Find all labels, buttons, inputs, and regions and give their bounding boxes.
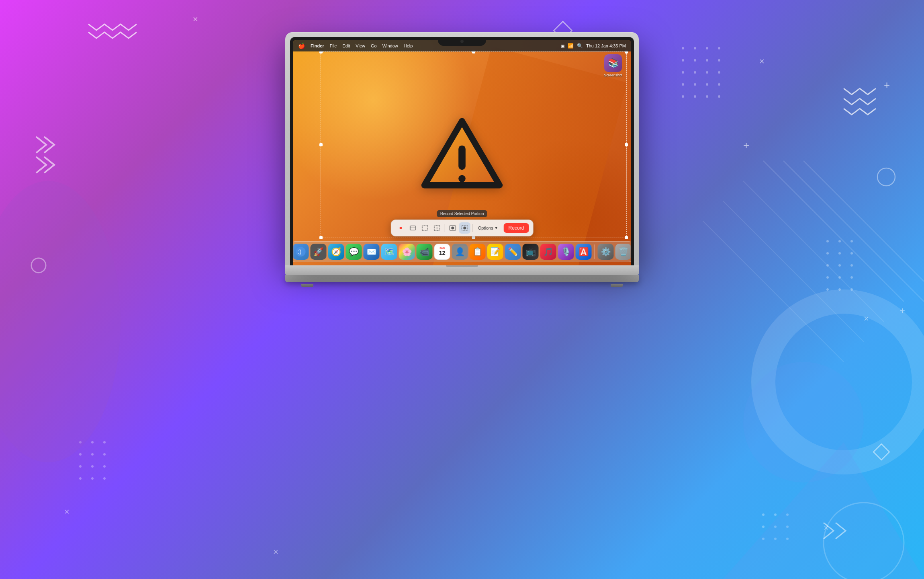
svg-point-90 [452, 227, 454, 229]
svg-point-92 [464, 227, 466, 229]
svg-text:+: + [743, 139, 749, 151]
dock-icon-safari[interactable]: 🧭 [328, 244, 344, 260]
svg-line-73 [783, 161, 924, 302]
record-full-btn[interactable] [447, 222, 458, 234]
dock-icon-finder[interactable]: :) [293, 244, 309, 260]
dock-icon-appstore[interactable]: 🅰️ [576, 244, 592, 260]
svg-line-77 [703, 221, 844, 362]
svg-marker-78 [723, 442, 924, 579]
svg-point-48 [850, 288, 853, 291]
svg-point-58 [79, 477, 82, 480]
svg-point-37 [826, 252, 829, 255]
dock-icon-podcasts[interactable]: 🎙️ [558, 244, 574, 260]
options-button[interactable]: Options ▼ [475, 224, 501, 232]
dock-icon-maps[interactable]: 🗺️ [381, 244, 397, 260]
macbook-body: 🍎 Finder File Edit View Go Window Help ▣… [285, 32, 639, 265]
svg-rect-11 [873, 444, 889, 460]
svg-point-28 [706, 83, 708, 86]
dock-icon-calendar[interactable]: JAN 12 [434, 244, 450, 260]
menu-finder[interactable]: Finder [311, 43, 324, 48]
svg-text:×: × [273, 547, 278, 557]
handle-middle-left[interactable] [319, 143, 323, 146]
apple-menu[interactable]: 🍎 [298, 43, 305, 49]
svg-point-65 [774, 526, 777, 528]
svg-text:×: × [64, 507, 70, 517]
svg-point-23 [694, 71, 696, 74]
dock-icon-music[interactable]: 🎵 [540, 244, 556, 260]
dock: :) 🚀 🧭 💬 [293, 241, 631, 262]
dock-icon-notes[interactable]: 📝 [487, 244, 503, 260]
desktop-icon-emoji: 📚 [608, 58, 619, 68]
dock-icon-appletv[interactable]: 📺 [523, 244, 539, 260]
svg-point-67 [762, 538, 765, 540]
dock-icon-freeform[interactable]: ✏️ [505, 244, 521, 260]
svg-point-63 [786, 513, 789, 516]
svg-point-71 [743, 362, 864, 482]
svg-point-43 [826, 276, 829, 279]
menu-help[interactable]: Help [404, 43, 413, 48]
window-capture-btn[interactable] [407, 222, 419, 234]
menu-go[interactable]: Go [371, 43, 377, 48]
region-capture-2-btn[interactable] [431, 222, 443, 234]
svg-point-33 [718, 95, 720, 98]
svg-point-19 [694, 59, 696, 62]
menu-window[interactable]: Window [382, 43, 398, 48]
desktop-icon[interactable]: 📚 Screenshot [601, 54, 625, 77]
svg-line-75 [743, 181, 884, 322]
screenshot-dot-btn[interactable] [395, 222, 407, 234]
dock-icon-launchpad[interactable]: 🚀 [311, 244, 327, 260]
menu-wifi[interactable]: 📶 [568, 43, 574, 49]
dock-icon-facetime[interactable]: 📹 [417, 244, 433, 260]
svg-point-14 [682, 47, 684, 49]
svg-point-31 [694, 95, 696, 98]
record-region-btn[interactable] [459, 222, 470, 234]
svg-rect-86 [422, 225, 428, 231]
svg-point-18 [682, 59, 684, 62]
svg-point-54 [103, 453, 106, 456]
svg-point-27 [694, 83, 696, 86]
svg-point-16 [706, 47, 708, 49]
svg-point-35 [838, 240, 841, 242]
svg-rect-84 [410, 226, 416, 230]
handle-bottom-left[interactable] [319, 236, 323, 239]
dock-icon-prefs[interactable]: ⚙️ [598, 244, 614, 260]
record-button[interactable]: Record [504, 223, 529, 233]
dock-icon-messages[interactable]: 💬 [346, 244, 362, 260]
notch [438, 37, 486, 46]
macbook-base [285, 275, 639, 282]
handle-middle-right[interactable] [625, 143, 628, 146]
svg-point-46 [826, 288, 829, 291]
svg-text:×: × [864, 314, 869, 324]
dock-icon-contacts[interactable]: 👤 [452, 244, 468, 260]
dock-icon-trash[interactable]: 🗑️ [615, 244, 631, 260]
desktop-icon-label: Screenshot [604, 73, 622, 77]
foot-left [301, 284, 313, 287]
svg-text:×: × [759, 56, 765, 66]
dock-icon-photos[interactable]: 🌸 [399, 244, 415, 260]
svg-point-62 [774, 513, 777, 516]
svg-point-36 [850, 240, 853, 242]
dock-icon-reminders[interactable]: 📋 [470, 244, 486, 260]
camera-dot [460, 40, 464, 43]
svg-text::): :) [298, 248, 302, 255]
svg-point-61 [762, 513, 765, 516]
menu-file[interactable]: File [330, 43, 337, 48]
svg-point-42 [850, 264, 853, 267]
handle-bottom-middle[interactable] [472, 236, 475, 239]
menu-search[interactable]: 🔍 [577, 43, 583, 49]
svg-point-47 [838, 288, 841, 291]
menu-view[interactable]: View [356, 43, 365, 48]
macbook-feet [285, 284, 639, 287]
svg-point-29 [718, 83, 720, 86]
svg-point-45 [850, 276, 853, 279]
svg-point-70 [763, 302, 924, 462]
svg-text:+: + [884, 79, 890, 91]
menu-screen-record[interactable]: ▣ [561, 44, 564, 48]
svg-point-60 [103, 477, 106, 480]
menu-edit[interactable]: Edit [342, 43, 350, 48]
svg-point-20 [706, 59, 708, 62]
handle-bottom-right[interactable] [625, 236, 628, 239]
dock-icon-mail[interactable]: ✉️ [364, 244, 380, 260]
region-capture-btn[interactable] [419, 222, 431, 234]
desktop-icon-img: 📚 [604, 54, 622, 72]
